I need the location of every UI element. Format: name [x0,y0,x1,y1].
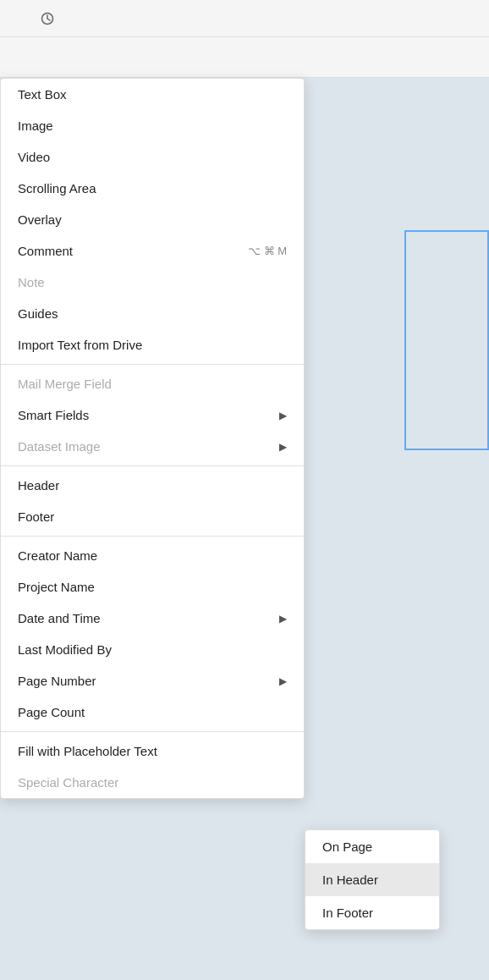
menu-item-label-overlay: Overlay [18,212,62,227]
menu-bar [0,0,489,37]
clock-icon [41,12,54,25]
submenu-item-on-page[interactable]: On Page [305,830,439,863]
menu-item-creator-name[interactable]: Creator Name [1,540,304,571]
menu-item-special-character: Special Character [1,767,304,798]
menu-item-label-page-count: Page Count [18,705,85,719]
menu-item-label-note: Note [18,275,45,289]
menu-item-label-creator-name: Creator Name [18,548,97,563]
menu-item-dataset-image: Dataset Image▶ [1,431,304,462]
submenu-arrow-date-and-time: ▶ [279,613,287,625]
menu-item-label-guides: Guides [18,306,58,321]
menu-item-label-dataset-image: Dataset Image [18,439,101,454]
menu-shortcut-comment: ⌥ ⌘ M [248,245,287,257]
saved-indicator [41,12,59,25]
menu-item-label-header: Header [18,478,59,493]
menu-item-label-special-character: Special Character [18,775,118,790]
fill-button[interactable] [452,46,475,69]
submenu-item-in-footer[interactable]: In Footer [305,896,439,929]
menu-item-label-fill-placeholder: Fill with Placeholder Text [18,744,157,758]
menu-item-import-text[interactable]: Import Text from Drive [1,329,304,361]
submenu-arrow-page-number: ▶ [279,675,287,687]
menu-item-fill-placeholder[interactable]: Fill with Placeholder Text [1,735,304,767]
page-number-submenu: On PageIn HeaderIn Footer [305,829,440,930]
menu-item-label-text-box: Text Box [18,87,67,102]
menu-item-page-number[interactable]: Page Number▶ [1,665,304,696]
menu-item-guides[interactable]: Guides [1,298,304,329]
frame-button[interactable] [418,46,442,69]
menu-item-project-name[interactable]: Project Name [1,571,304,603]
menu-item-label-last-modified-by: Last Modified By [18,642,112,657]
menu-divider-after-footer [1,536,304,537]
menu-item-text-box[interactable]: Text Box [1,79,304,110]
menu-item-label-scrolling-area: Scrolling Area [18,181,96,195]
text-style-button[interactable] [384,46,408,69]
toolbar [0,37,489,78]
menu-item-note: Note [1,267,304,298]
menu-item-video[interactable]: Video [1,141,304,173]
insert-dropdown-menu: Text BoxImageVideoScrolling AreaOverlayC… [0,78,305,799]
submenu-item-in-header[interactable]: In Header [305,863,439,896]
menu-item-header[interactable]: Header [1,470,304,501]
menu-item-page-count[interactable]: Page Count [1,696,304,728]
document-outline [404,230,489,450]
menu-item-label-import-text: Import Text from Drive [18,338,142,352]
submenu-arrow-dataset-image: ▶ [279,441,287,453]
menu-item-label-image: Image [18,118,53,133]
menu-item-footer[interactable]: Footer [1,501,304,532]
menu-item-comment[interactable]: Comment⌥ ⌘ M [1,235,304,267]
submenu-arrow-smart-fields: ▶ [279,410,287,421]
submenu-label-in-footer: In Footer [322,906,373,920]
menu-item-label-comment: Comment [18,244,73,258]
menu-item-mail-merge-field: Mail Merge Field [1,368,304,399]
menu-item-label-mail-merge-field: Mail Merge Field [18,377,112,391]
menu-item-label-page-number: Page Number [18,674,96,688]
underline-button[interactable] [316,46,340,69]
menu-item-label-smart-fields: Smart Fields [18,408,89,422]
submenu-label-in-header: In Header [322,873,378,887]
menu-item-last-modified-by[interactable]: Last Modified By [1,634,304,665]
submenu-label-on-page: On Page [322,840,372,854]
menu-item-label-date-and-time: Date and Time [18,611,101,625]
menu-item-label-video: Video [18,150,50,164]
menu-item-overlay[interactable]: Overlay [1,204,304,235]
font-color-button[interactable] [350,46,374,69]
menu-divider-after-dataset-image [1,465,304,466]
menu-divider-after-import-text [1,364,304,365]
menu-divider-after-page-count [1,731,304,732]
menu-item-date-and-time[interactable]: Date and Time▶ [1,603,304,634]
menu-item-smart-fields[interactable]: Smart Fields▶ [1,399,304,431]
menu-item-label-footer: Footer [18,509,54,524]
menu-item-label-project-name: Project Name [18,580,95,594]
menu-item-scrolling-area[interactable]: Scrolling Area [1,173,304,204]
menu-item-image[interactable]: Image [1,110,304,141]
